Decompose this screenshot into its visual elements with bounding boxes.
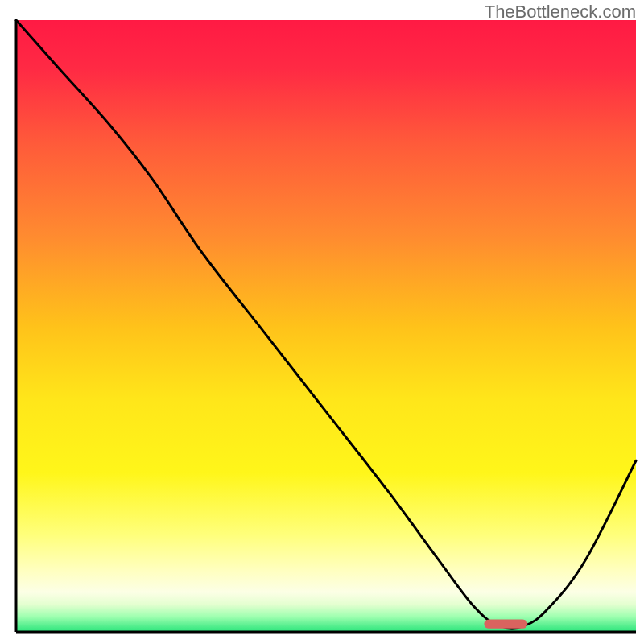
chart-container: TheBottleneck.com — [0, 0, 644, 644]
optimal-range-marker — [484, 619, 527, 628]
plot-background — [16, 20, 636, 632]
chart-svg — [0, 0, 644, 644]
watermark-text: TheBottleneck.com — [485, 2, 636, 23]
